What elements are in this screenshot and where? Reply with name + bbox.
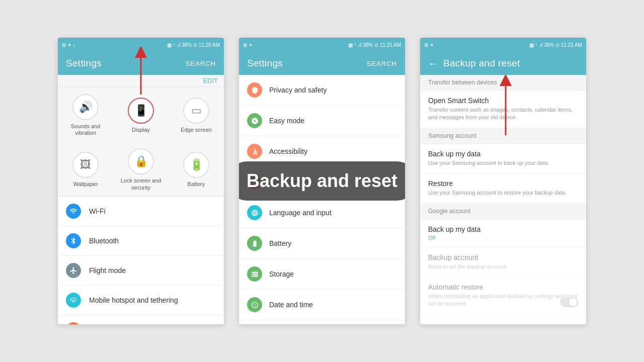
display-icon: 📱 bbox=[128, 98, 154, 124]
mid-status-left: ⊞ ✦ bbox=[243, 42, 253, 48]
mid-status-right: ▦ ᵌ .ıl 38% ⊙ 11:21 AM bbox=[348, 42, 401, 48]
left-status-left: ⊞ ✦ ♪ bbox=[62, 42, 75, 48]
backup-samsung-sub: Use your Samsung account to back up your… bbox=[428, 159, 578, 167]
datetime-icon bbox=[247, 297, 262, 312]
item-backup-account[interactable]: Backup account Need to set the backup ac… bbox=[420, 247, 586, 277]
easy-label: Easy mode bbox=[269, 117, 304, 125]
flight-label: Flight mode bbox=[89, 266, 126, 275]
section-samsung: Samsung account bbox=[420, 128, 586, 144]
left-status-right: ▦ ᵌ .ıl 38% ⊙ 11:20 AM bbox=[167, 42, 220, 48]
left-search-button[interactable]: SEARCH bbox=[186, 60, 216, 67]
privacy-icon bbox=[247, 82, 262, 98]
right-status-left: ⊞ ✦ bbox=[424, 42, 434, 48]
list-item-data[interactable]: Data usage bbox=[58, 315, 224, 324]
left-app-bar: Settings SEARCH bbox=[58, 52, 224, 75]
mid-app-bar-title: Settings bbox=[247, 58, 283, 69]
accounts-label: Accounts bbox=[269, 178, 298, 186]
mid-privacy[interactable]: Privacy and safety bbox=[239, 75, 405, 106]
language-label: Language and input bbox=[269, 209, 332, 217]
edit-label[interactable]: EDIT bbox=[203, 77, 218, 84]
lockscreen-icon: 🔒 bbox=[128, 148, 154, 174]
icon-grid: 🔊 Sounds and vibration 📱 Display ▭ Edge … bbox=[58, 87, 224, 197]
mid-about[interactable]: About device bbox=[239, 320, 405, 324]
accounts-icon bbox=[247, 174, 262, 190]
mid-accounts[interactable]: Accounts bbox=[239, 167, 405, 198]
battery-label: Battery bbox=[188, 181, 205, 188]
easy-icon bbox=[247, 113, 262, 128]
right-app-bar-title: Backup and reset bbox=[443, 58, 520, 69]
privacy-label: Privacy and safety bbox=[269, 86, 327, 94]
left-settings-list: Wi-Fi Bluetooth Flight mode Mobile hotsp… bbox=[58, 197, 224, 324]
list-item-flight[interactable]: Flight mode bbox=[58, 256, 224, 286]
wifi-label: Wi-Fi bbox=[89, 207, 106, 215]
edge-label: Edge screen bbox=[181, 127, 212, 133]
item-backup-samsung[interactable]: Back up my data Use your Samsung account… bbox=[420, 144, 586, 173]
wallpaper-icon: 🖼 bbox=[72, 152, 99, 178]
mid-storage[interactable]: Storage bbox=[239, 259, 405, 290]
sounds-label: Sounds and vibration bbox=[62, 123, 109, 136]
mid-status-bar: ⊞ ✦ ▦ ᵌ .ıl 38% ⊙ 11:21 AM bbox=[239, 38, 405, 52]
hotspot-label: Mobile hotspot and tethering bbox=[89, 296, 178, 304]
hotspot-icon bbox=[66, 293, 81, 308]
mid-app-bar: Settings SEARCH bbox=[239, 52, 405, 75]
backup-account-title: Backup account bbox=[428, 253, 578, 261]
mid-panel: ⊞ ✦ ▦ ᵌ .ıl 38% ⊙ 11:21 AM Settings SEAR… bbox=[239, 38, 405, 324]
restore-sub: Use your Samsung account to restore your… bbox=[428, 189, 578, 197]
backup-account-sub: Need to set the backup account. bbox=[428, 263, 578, 270]
restore-title: Restore bbox=[428, 179, 578, 188]
data-icon bbox=[66, 322, 81, 324]
list-item-hotspot[interactable]: Mobile hotspot and tethering bbox=[58, 286, 224, 315]
mid-language[interactable]: Language and input bbox=[239, 198, 405, 228]
sounds-icon: 🔊 bbox=[72, 94, 99, 120]
icon-lockscreen[interactable]: 🔒 Lock screen and security bbox=[113, 141, 169, 196]
right-status-bar: ⊞ ✦ ▦ ᵌ .ıl 38% ⊙ 11:21 AM bbox=[420, 38, 586, 52]
display-label: Display bbox=[132, 127, 150, 133]
right-panel: ⊞ ✦ ▦ ᵌ .ıl 38% ⊙ 11:21 AM ← Backup and … bbox=[420, 38, 586, 324]
left-app-bar-title: Settings bbox=[66, 58, 102, 69]
right-status-right: ▦ ᵌ .ıl 38% ⊙ 11:21 AM bbox=[529, 42, 582, 48]
battery-icon: 🔋 bbox=[183, 152, 209, 178]
list-item-bluetooth[interactable]: Bluetooth bbox=[58, 226, 224, 256]
smart-switch-title: Open Smart Switch bbox=[428, 97, 578, 105]
left-status-bar: ⊞ ✦ ♪ ▦ ᵌ .ıl 38% ⊙ 11:20 AM bbox=[58, 38, 224, 52]
mid-search-button[interactable]: SEARCH bbox=[367, 60, 397, 67]
section-google: Google account bbox=[420, 204, 586, 219]
bluetooth-label: Bluetooth bbox=[89, 237, 119, 245]
flight-icon bbox=[66, 263, 81, 278]
icon-sounds[interactable]: 🔊 Sounds and vibration bbox=[58, 87, 113, 141]
edge-icon: ▭ bbox=[183, 98, 209, 124]
item-restore[interactable]: Restore Use your Samsung account to rest… bbox=[420, 173, 586, 203]
item-open-smart-switch[interactable]: Open Smart Switch Transfer content such … bbox=[420, 90, 586, 128]
mid-datetime[interactable]: Date and time bbox=[239, 290, 405, 320]
left-panel: ⊞ ✦ ♪ ▦ ᵌ .ıl 38% ⊙ 11:20 AM Settings SE… bbox=[58, 38, 224, 324]
language-icon bbox=[247, 205, 262, 220]
accessibility-icon bbox=[247, 144, 262, 159]
mid-settings-list: Privacy and safety Easy mode Accessibili… bbox=[239, 75, 405, 324]
icon-display[interactable]: 📱 Display bbox=[113, 87, 169, 141]
back-nav[interactable]: ← Backup and reset bbox=[428, 58, 520, 69]
icon-edge[interactable]: ▭ Edge screen bbox=[169, 87, 224, 141]
wifi-icon bbox=[66, 204, 81, 219]
auto-restore-sub: When reinstalling an application backed … bbox=[428, 293, 578, 308]
mid-easy[interactable]: Easy mode bbox=[239, 106, 405, 136]
auto-restore-toggle[interactable] bbox=[560, 297, 578, 307]
auto-restore-title: Automatic restore bbox=[428, 283, 578, 291]
bluetooth-icon bbox=[66, 233, 81, 248]
section-transfer: Transfer between devices bbox=[420, 75, 586, 90]
storage-label: Storage bbox=[269, 270, 294, 278]
item-auto-restore[interactable]: Automatic restore When reinstalling an a… bbox=[420, 277, 586, 315]
mid-accessibility[interactable]: Accessibility bbox=[239, 136, 405, 167]
battery-mid-label: Battery bbox=[269, 239, 291, 247]
storage-icon bbox=[247, 266, 262, 282]
list-item-wifi[interactable]: Wi-Fi bbox=[58, 197, 224, 226]
mid-battery[interactable]: Battery bbox=[239, 228, 405, 259]
battery-mid-icon bbox=[247, 236, 262, 251]
lockscreen-label: Lock screen and security bbox=[117, 177, 165, 191]
backup-google-title: Back up my data bbox=[428, 225, 578, 233]
icon-battery[interactable]: 🔋 Battery bbox=[169, 141, 224, 196]
item-backup-google[interactable]: Back up my data Off bbox=[420, 219, 586, 247]
backup-google-sub: Off bbox=[428, 235, 578, 241]
icon-wallpaper[interactable]: 🖼 Wallpaper bbox=[58, 141, 113, 196]
edit-row: EDIT bbox=[58, 75, 224, 87]
right-app-bar: ← Backup and reset bbox=[420, 52, 586, 75]
